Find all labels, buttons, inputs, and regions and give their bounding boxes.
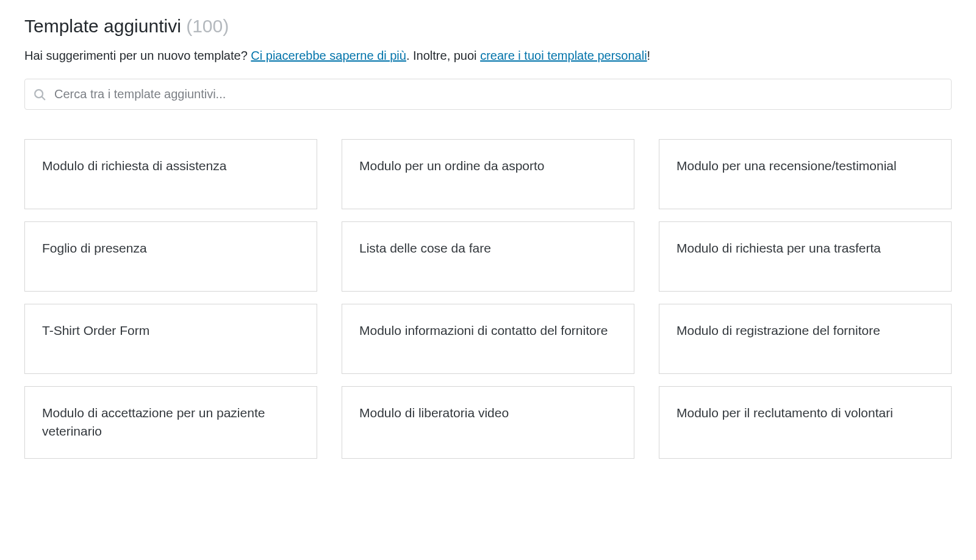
page-subtitle: Hai suggerimenti per un nuovo template? …	[24, 46, 952, 65]
subtitle-prefix: Hai suggerimenti per un nuovo template?	[24, 49, 251, 62]
template-grid: Modulo di richiesta di assistenzaModulo …	[24, 139, 952, 459]
template-card-title: Modulo per il reclutamento di volontari	[676, 404, 893, 422]
page-title: Template aggiuntivi (100)	[24, 12, 952, 40]
template-card-title: Modulo per una recensione/testimonial	[676, 157, 897, 175]
template-card-title: Lista delle cose da fare	[359, 239, 491, 257]
template-card[interactable]: Modulo per il reclutamento di volontari	[659, 386, 952, 459]
create-template-link[interactable]: creare i tuoi template personali	[480, 49, 647, 62]
template-card[interactable]: Modulo di registrazione del fornitore	[659, 304, 952, 374]
template-card[interactable]: Lista delle cose da fare	[342, 221, 634, 292]
template-card-title: Modulo di richiesta di assistenza	[42, 157, 226, 175]
template-card-title: Modulo di accettazione per un paziente v…	[42, 404, 300, 441]
template-card[interactable]: Modulo di richiesta di assistenza	[24, 139, 317, 209]
template-card[interactable]: Modulo informazioni di contatto del forn…	[342, 304, 634, 374]
template-card[interactable]: T-Shirt Order Form	[24, 304, 317, 374]
subtitle-middle: . Inoltre, puoi	[406, 49, 480, 62]
template-card[interactable]: Modulo per un ordine da asporto	[342, 139, 634, 209]
page-title-count: (100)	[186, 16, 229, 36]
template-card-title: Modulo per un ordine da asporto	[359, 157, 545, 175]
template-card-title: Modulo di registrazione del fornitore	[676, 321, 880, 340]
template-card-title: Modulo di liberatoria video	[359, 404, 509, 422]
template-card-title: T-Shirt Order Form	[42, 321, 149, 340]
template-card[interactable]: Modulo di liberatoria video	[342, 386, 634, 459]
template-card[interactable]: Foglio di presenza	[24, 221, 317, 292]
suggestion-link[interactable]: Ci piacerebbe saperne di più	[251, 49, 406, 62]
template-card-title: Modulo di richiesta per una trasferta	[676, 239, 881, 257]
search-input[interactable]	[24, 79, 952, 110]
template-card[interactable]: Modulo di richiesta per una trasferta	[659, 221, 952, 292]
subtitle-suffix: !	[647, 49, 651, 62]
template-card[interactable]: Modulo di accettazione per un paziente v…	[24, 386, 317, 459]
template-card-title: Modulo informazioni di contatto del forn…	[359, 321, 608, 340]
template-card-title: Foglio di presenza	[42, 239, 147, 257]
page-title-text: Template aggiuntivi	[24, 16, 181, 36]
template-card[interactable]: Modulo per una recensione/testimonial	[659, 139, 952, 209]
search-wrapper	[24, 79, 952, 110]
